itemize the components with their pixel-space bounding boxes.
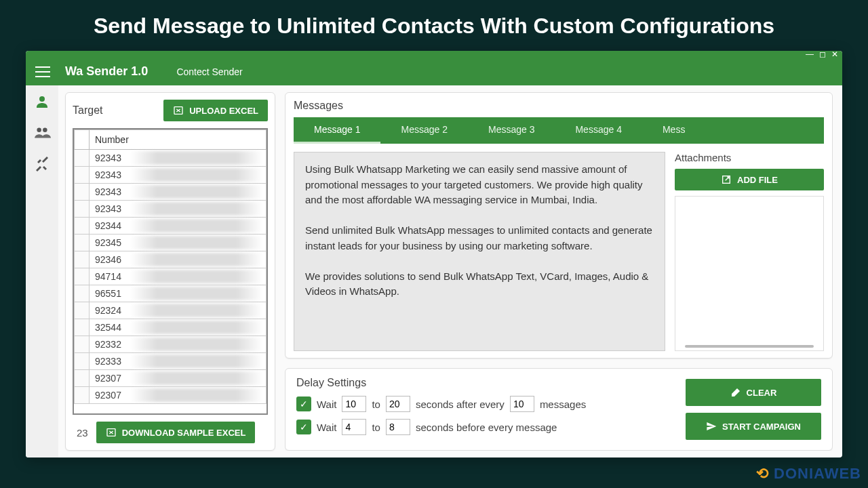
group-icon	[33, 124, 51, 142]
upload-excel-button[interactable]: UPLOAD EXCEL	[163, 100, 268, 121]
messages-title: Messages	[294, 100, 824, 112]
delay1-min-input[interactable]	[342, 396, 366, 412]
label: seconds before every message	[416, 422, 557, 433]
delay1-max-input[interactable]	[386, 396, 410, 412]
label: to	[372, 422, 380, 433]
messages-panel: Messages Message 1Message 2Message 3Mess…	[285, 92, 833, 359]
delay2-min-input[interactable]	[342, 419, 366, 435]
table-row[interactable]: 92307	[75, 387, 267, 404]
label: Wait	[317, 422, 336, 433]
table-row[interactable]: 92346	[75, 251, 267, 268]
label: to	[372, 399, 380, 410]
table-row[interactable]: 92307	[75, 370, 267, 387]
start-label: START CAMPAIGN	[722, 422, 801, 432]
table-row[interactable]: 92343	[75, 167, 267, 184]
row-count: 23	[73, 427, 88, 439]
svg-point-0	[39, 96, 45, 102]
column-header-number: Number	[90, 130, 267, 150]
tab-message-2[interactable]: Message 2	[380, 117, 467, 144]
sidebar-item-groups[interactable]	[33, 123, 52, 142]
page-subtitle: Contect Sender	[176, 66, 242, 77]
sidebar	[26, 85, 58, 458]
label: Wait	[317, 399, 336, 410]
table-row[interactable]: 92324	[75, 302, 267, 319]
open-icon	[721, 174, 732, 185]
table-row[interactable]: 92332	[75, 336, 267, 353]
excel-icon	[106, 427, 117, 438]
table-row[interactable]: 92344	[75, 218, 267, 235]
hero-title: Send Message to Unlimited Contacts With …	[0, 0, 868, 51]
watermark: ⟲ DONIAWEB	[756, 465, 861, 483]
start-campaign-button[interactable]: START CAMPAIGN	[686, 413, 821, 440]
attachments-column: Attachments ADD FILE	[675, 152, 824, 351]
checkbox-delay-1[interactable]: ✓	[296, 396, 311, 411]
target-panel: Target UPLOAD EXCEL Number 9234392343923…	[65, 92, 275, 451]
tab-message-1[interactable]: Message 1	[294, 117, 380, 144]
add-file-button[interactable]: ADD FILE	[675, 169, 824, 190]
table-row[interactable]: 92343	[75, 150, 267, 167]
table-row[interactable]: 96551	[75, 285, 267, 302]
delay1-count-input[interactable]	[510, 396, 534, 412]
download-sample-label: DOWNLOAD SAMPLE EXCEL	[122, 428, 246, 438]
window-titlebar: — ◻ ✕	[26, 51, 842, 58]
menu-icon[interactable]	[35, 66, 50, 77]
upload-excel-label: UPLOAD EXCEL	[189, 106, 258, 116]
svg-point-2	[43, 127, 47, 132]
excel-icon	[173, 105, 184, 116]
label: seconds after every	[416, 399, 505, 410]
app-header: Wa Sender 1.0 Contect Sender	[26, 58, 842, 85]
attachments-title: Attachments	[675, 152, 824, 163]
clear-label: CLEAR	[747, 388, 777, 398]
table-row[interactable]: 92343	[75, 201, 267, 218]
tab-message-3[interactable]: Message 3	[468, 117, 555, 144]
svg-point-1	[37, 127, 41, 132]
delay-row-2: ✓ Wait to seconds before every message	[296, 419, 672, 435]
delay2-max-input[interactable]	[386, 419, 410, 435]
table-row[interactable]: 92343	[75, 184, 267, 201]
message-tabs: Message 1Message 2Message 3Message 4Mess	[294, 117, 824, 144]
send-icon	[706, 421, 717, 432]
table-row[interactable]: 94714	[75, 268, 267, 285]
delay-row-1: ✓ Wait to seconds after every messages	[296, 396, 672, 412]
sidebar-item-tools[interactable]	[33, 155, 52, 174]
target-title: Target	[73, 104, 102, 117]
add-file-label: ADD FILE	[737, 175, 778, 185]
number-table-wrap[interactable]: Number 923439234392343923439234492345923…	[73, 128, 268, 415]
delay-title: Delay Settings	[296, 377, 672, 389]
attachment-list[interactable]	[675, 196, 824, 351]
message-textarea[interactable]: Using Bulk Whatsapp Marketing we can eas…	[294, 152, 665, 351]
table-row[interactable]: 92345	[75, 235, 267, 251]
tools-icon	[34, 156, 50, 172]
tab-message-5[interactable]: Mess	[642, 117, 705, 144]
table-row[interactable]: 92333	[75, 353, 267, 370]
app-title: Wa Sender 1.0	[65, 64, 148, 79]
delay-panel: Delay Settings ✓ Wait to seconds after e…	[285, 368, 833, 451]
clear-button[interactable]: CLEAR	[686, 379, 821, 406]
number-table: Number 923439234392343923439234492345923…	[74, 129, 267, 404]
eraser-icon	[730, 387, 741, 398]
table-row[interactable]: 32544	[75, 319, 267, 336]
download-sample-button[interactable]: DOWNLOAD SAMPLE EXCEL	[96, 422, 256, 443]
label: messages	[540, 399, 586, 410]
checkbox-delay-2[interactable]: ✓	[296, 420, 311, 434]
app-window: — ◻ ✕ Wa Sender 1.0 Contect Sender Targe…	[26, 51, 842, 458]
sidebar-item-contact[interactable]	[33, 92, 52, 111]
person-icon	[34, 94, 50, 110]
tab-message-4[interactable]: Message 4	[555, 117, 642, 144]
